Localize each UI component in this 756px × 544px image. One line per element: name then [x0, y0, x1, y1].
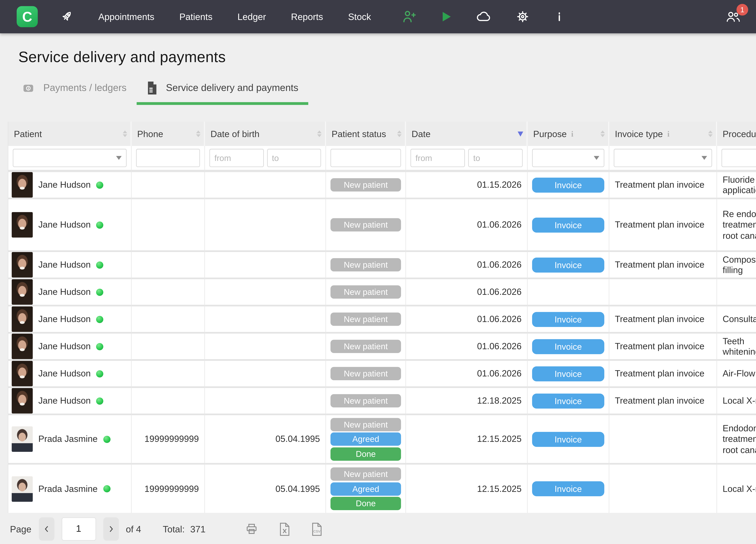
table-row[interactable]: Jane Hudson New patient 01.06.2026 Invoi… [8, 252, 756, 279]
status-badges: New patient [331, 312, 401, 326]
patient-avatar [12, 212, 33, 238]
menu-item-ledger[interactable]: Ledger [238, 11, 266, 22]
table-row[interactable]: Jane Hudson New patient 01.06.2026 Invoi… [8, 334, 756, 361]
csv-file-icon: CSV [311, 522, 323, 536]
date-to-input[interactable] [468, 149, 523, 167]
status-badge: New patient [331, 340, 401, 353]
online-status-dot [96, 221, 104, 229]
table-row[interactable]: Prada Jasmine 19999999999 05.04.1995 New… [8, 465, 756, 513]
menu-item-stock[interactable]: Stock [348, 11, 371, 22]
patient-status-filter-input[interactable] [331, 149, 401, 167]
status-badges: New patient [331, 394, 401, 407]
page-label: Page [10, 524, 31, 534]
purpose-cell: Invoice [528, 415, 609, 465]
add-patient-icon[interactable] [401, 9, 417, 24]
dob-cell [205, 252, 326, 279]
column-header-invoice-type[interactable]: Invoice typei [609, 122, 717, 146]
patient-name: Jane Hudson [38, 395, 91, 406]
procedure-cell: Local X-ray [717, 465, 756, 513]
column-header-patient-status[interactable]: Patient status [326, 122, 406, 146]
table-row[interactable]: Jane Hudson New patient 01.15.2026 Invoi… [8, 171, 756, 199]
column-header-phone[interactable]: Phone [132, 122, 205, 146]
rocket-icon[interactable] [59, 9, 74, 24]
table-row[interactable]: Jane Hudson New patient 01.06.2026 Invoi… [8, 199, 756, 252]
procedure-filter-input[interactable] [722, 149, 756, 167]
results-table-container: Patient Phone Date of birth Patient stat… [8, 122, 756, 513]
table-row[interactable]: Jane Hudson New patient 01.06.2026 [8, 279, 756, 306]
menu-item-patients[interactable]: Patients [179, 11, 212, 22]
procedure-cell: Local X-ray [717, 388, 756, 415]
patient-avatar [12, 252, 33, 277]
status-badges: New patient [331, 178, 401, 192]
tab-payments-ledgers[interactable]: Payments / ledgers [12, 81, 137, 105]
purpose-cell: Invoice [528, 306, 609, 334]
dob-to-input[interactable] [267, 149, 321, 167]
info-icon[interactable]: i [571, 129, 573, 139]
info-icon[interactable]: i [667, 129, 670, 139]
table-row[interactable]: Jane Hudson New patient 01.06.2026 Invoi… [8, 361, 756, 388]
column-header-date[interactable]: Date [406, 122, 528, 146]
document-icon [147, 81, 157, 95]
next-page-button[interactable] [103, 517, 119, 541]
status-badges: New patient [331, 340, 401, 353]
online-status-dot [96, 261, 104, 269]
invoice-pill-button[interactable]: Invoice [532, 178, 604, 192]
page-number-input[interactable] [61, 517, 96, 541]
column-header-purpose[interactable]: Purposei [528, 122, 609, 146]
export-csv-button[interactable]: CSV [311, 522, 323, 536]
invoice-pill-button[interactable]: Invoice [532, 339, 604, 354]
date-from-input[interactable] [411, 149, 465, 167]
cloud-icon[interactable] [475, 8, 492, 25]
column-header-procedure[interactable]: Procedure [717, 122, 756, 146]
gear-icon[interactable] [515, 9, 530, 24]
table-row[interactable]: Jane Hudson New patient 01.06.2026 Invoi… [8, 306, 756, 334]
top-navbar: C Appointments Patients Ledger Reports S… [0, 0, 756, 33]
patient-filter-select[interactable] [13, 149, 127, 167]
date-cell: 01.06.2026 [406, 252, 528, 279]
column-header-patient[interactable]: Patient [8, 122, 132, 146]
app-logo[interactable]: C [17, 6, 38, 27]
phone-filter-input[interactable] [136, 149, 200, 167]
play-icon[interactable] [439, 10, 453, 23]
export-excel-button[interactable] [279, 522, 290, 536]
invoice-type-filter-select[interactable] [614, 149, 712, 167]
menu-item-appointments[interactable]: Appointments [98, 11, 154, 22]
staff-icon[interactable]: 1 [725, 9, 741, 24]
patient-name: Jane Hudson [38, 368, 91, 379]
print-button[interactable] [245, 522, 258, 536]
main-menu: Appointments Patients Ledger Reports Sto… [98, 11, 371, 22]
phone-cell [132, 199, 205, 252]
procedure-cell: Consultation [717, 306, 756, 334]
status-badge: Agreed [331, 432, 401, 446]
invoice-pill-button[interactable]: Invoice [532, 393, 604, 408]
chevron-down-icon [594, 156, 599, 160]
prev-page-button[interactable] [39, 517, 54, 541]
dob-from-input[interactable] [209, 149, 264, 167]
patient-name: Jane Hudson [38, 287, 91, 297]
status-badge: New patient [331, 285, 401, 298]
patient-avatar [12, 334, 33, 359]
status-badge: New patient [331, 258, 401, 272]
table-row[interactable]: Jane Hudson New patient 12.18.2025 Invoi… [8, 388, 756, 415]
purpose-cell: Invoice [528, 252, 609, 279]
sort-icon [708, 130, 713, 137]
purpose-filter-select[interactable] [532, 149, 604, 167]
status-badge: New patient [331, 178, 401, 192]
invoice-pill-button[interactable]: Invoice [532, 366, 604, 381]
table-row[interactable]: Prada Jasmine 19999999999 05.04.1995 New… [8, 415, 756, 465]
info-icon[interactable] [553, 9, 565, 24]
column-header-dob[interactable]: Date of birth [205, 122, 326, 146]
invoice-type-cell: Treatment plan invoice [609, 388, 717, 415]
staff-count-badge: 1 [736, 4, 748, 15]
invoice-pill-button[interactable]: Invoice [532, 217, 604, 232]
tab-service-delivery[interactable]: Service delivery and payments [137, 81, 308, 105]
procedure-cell: Endodontic treatment of 2 root canals [717, 415, 756, 465]
phone-cell [132, 252, 205, 279]
invoice-pill-button[interactable]: Invoice [532, 257, 604, 272]
menu-item-reports[interactable]: Reports [291, 11, 323, 22]
status-badges: New patient [331, 285, 401, 298]
invoice-pill-button[interactable]: Invoice [532, 312, 604, 327]
invoice-pill-button[interactable]: Invoice [532, 481, 604, 496]
online-status-dot [96, 343, 104, 350]
invoice-pill-button[interactable]: Invoice [532, 432, 604, 446]
